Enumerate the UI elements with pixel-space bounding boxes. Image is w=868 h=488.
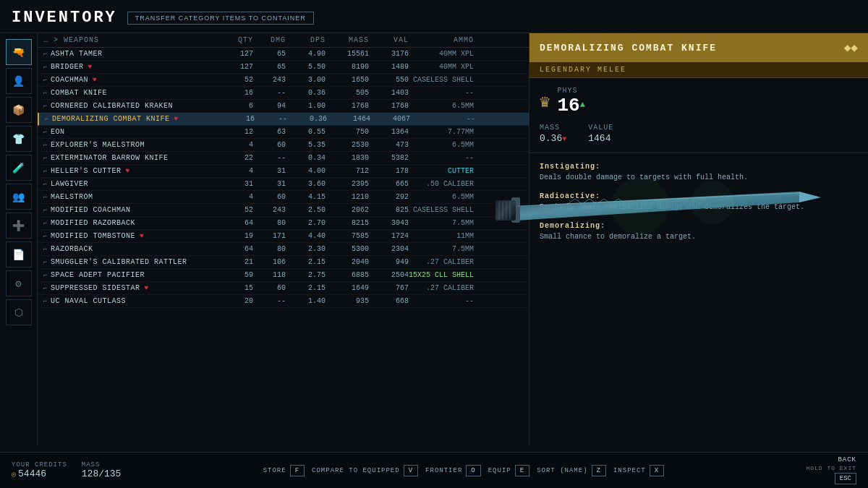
weapon-name: ⌐COACHMAN♥	[43, 76, 217, 84]
svg-marker-1	[799, 192, 821, 202]
weapon-dps: 1.40	[286, 297, 326, 305]
weapon-name: ⌐MODIFIED TOMBSTONE♥	[43, 232, 217, 240]
favorite-icon: ♥	[174, 115, 179, 123]
table-row[interactable]: ⌐ASHTA TAMER127654.9015561317640MM XPL	[38, 48, 529, 61]
weapon-mass: 935	[326, 297, 369, 305]
weapon-dmg: 106	[253, 258, 286, 266]
table-row[interactable]: ⌐RAZORBACK64802.30530023047.5MM	[38, 243, 529, 256]
weapon-dps: 2.15	[286, 284, 326, 292]
action-btn-sort-(name)[interactable]: SORT (NAME)Z	[537, 465, 606, 476]
weapon-icon: ⌐	[45, 116, 49, 123]
action-btn-inspect[interactable]: INSPECTX	[613, 465, 664, 476]
sidebar-icon-7[interactable]: 📄	[6, 241, 32, 267]
action-key: O	[466, 465, 480, 476]
weapon-qty: 127	[217, 50, 253, 58]
back-button-area[interactable]: BACK HOLD TO EXIT ESC	[806, 456, 856, 484]
weapon-dps: 0.36	[286, 89, 326, 97]
weapon-qty: 4	[217, 167, 253, 175]
sidebar-icon-4[interactable]: 🧪	[6, 155, 32, 181]
weapon-val: 2504	[369, 271, 409, 279]
phys-value: 16	[557, 95, 579, 116]
table-row[interactable]: ⌐BRIDGER♥127655.508190148940MM XPL	[38, 61, 529, 74]
table-row[interactable]: ⌐HELLER'S CUTTER♥4314.00712178CUTTER	[38, 165, 529, 178]
table-row[interactable]: ⌐EXTERMINATOR BARROW KNIFE22--0.34183053…	[38, 152, 529, 165]
weapon-qty: 127	[217, 63, 253, 71]
table-row[interactable]: ⌐DEMORALIZING COMBAT KNIFE♥16--0.3614644…	[38, 113, 529, 126]
sidebar-icon-6[interactable]: ➕	[6, 213, 32, 239]
weapon-name: ⌐BRIDGER♥	[43, 63, 217, 71]
phys-arrow: ▲	[580, 100, 585, 110]
weapon-icon: ⌐	[43, 90, 48, 97]
action-btn-frontier[interactable]: FRONTIERO	[425, 465, 481, 476]
weapon-val: 1364	[369, 128, 409, 136]
weapon-dps: 0.36	[287, 115, 327, 123]
weapon-val: 767	[369, 284, 409, 292]
sidebar-icon-5[interactable]: 👥	[6, 184, 32, 210]
sidebar-icon-3[interactable]: 👕	[6, 126, 32, 152]
action-btn-compare-to-equipped[interactable]: COMPARE TO EQUIPPEDV	[312, 465, 418, 476]
weapon-dmg: 171	[253, 232, 286, 240]
action-btn-store[interactable]: STOREF	[263, 465, 305, 476]
phys-block: PHYS 16▲	[557, 87, 584, 116]
weapon-qty: 4	[217, 141, 253, 149]
esc-key[interactable]: ESC	[835, 473, 856, 484]
table-row[interactable]: ⌐SMUGGLER'S CALIBRATED RATTLER211062.152…	[38, 256, 529, 269]
weapon-ammo: 7.5MM	[409, 245, 474, 253]
weapon-qty: 6	[217, 102, 253, 110]
table-row[interactable]: ⌐EON12630.5575013647.77MM	[38, 126, 529, 139]
sidebar-icon-2[interactable]: 📦	[6, 97, 32, 123]
weapon-dmg: 80	[253, 219, 286, 227]
weapon-ammo: --	[409, 154, 474, 162]
sidebar-icon-8[interactable]: ⚙	[6, 270, 32, 296]
weapon-val: 3043	[369, 219, 409, 227]
back-sub: HOLD TO EXIT	[806, 465, 856, 471]
weapon-ammo: 7.77MM	[409, 128, 474, 136]
table-row[interactable]: ⌐CORNERED CALIBRATED KRAKEN6941.00176817…	[38, 100, 529, 113]
weapon-qty: 31	[217, 180, 253, 188]
weapon-dmg: 31	[253, 180, 286, 188]
table-row[interactable]: ⌐MODIFIED RAZORBACK64802.70821530437.5MM	[38, 217, 529, 230]
table-row[interactable]: ⌐LAWGIVER31313.602395665.50 CALIBER	[38, 178, 529, 191]
weapon-name: ⌐SMUGGLER'S CALIBRATED RATTLER	[43, 258, 217, 266]
weapon-mass: 1650	[326, 76, 369, 84]
sidebar-icon-1[interactable]: 👤	[6, 68, 32, 94]
weapon-icon: ⌐	[43, 220, 48, 227]
table-row[interactable]: ⌐COACHMAN♥522433.001650550CASELESS SHELL	[38, 74, 529, 87]
weapon-val: 473	[369, 141, 409, 149]
sidebar-icon-9[interactable]: ⬡	[6, 299, 32, 325]
table-row[interactable]: ⌐MAELSTROM4604.1512102926.5MM	[38, 191, 529, 204]
weapon-dps: 2.50	[286, 206, 326, 214]
action-label: INSPECT	[613, 467, 646, 474]
weapon-name: ⌐CORNERED CALIBRATED KRAKEN	[43, 102, 217, 110]
table-row[interactable]: ⌐SPACE ADEPT PACIFIER591182.756885250415…	[38, 269, 529, 282]
weapon-dmg: 60	[253, 193, 286, 201]
weapon-val: 1768	[369, 102, 409, 110]
weapon-val: 5382	[369, 154, 409, 162]
weapon-val: 949	[369, 258, 409, 266]
action-btn-equip[interactable]: EQUIPE	[488, 465, 529, 476]
action-key: F	[290, 465, 305, 476]
svg-point-9	[611, 177, 669, 235]
weapon-qty: 16	[217, 89, 253, 97]
table-row[interactable]: ⌐MODIFIED TOMBSTONE♥191714.407585172411M…	[38, 230, 529, 243]
weapon-qty: 21	[217, 258, 253, 266]
transfer-button[interactable]: TRANSFER CATEGORY ITEMS TO CONTAINER	[127, 12, 314, 25]
sidebar-icon-0[interactable]: 🔫	[6, 39, 32, 65]
table-row[interactable]: ⌐SUPPRESSED SIDESTAR♥15602.151649767.27 …	[38, 282, 529, 295]
weapon-val: 3176	[369, 50, 409, 58]
table-row[interactable]: ⌐UC NAVAL CUTLASS20--1.40935668--	[38, 295, 529, 308]
weapon-ammo: .27 CALIBER	[409, 284, 474, 292]
inventory-header: INVENTORY TRANSFER CATEGORY ITEMS TO CON…	[0, 0, 868, 33]
weapons-panel: … > WEAPONS QTY DMG DPS MASS VAL AMMO ⌐A…	[38, 33, 529, 445]
table-row[interactable]: ⌐COMBAT KNIFE16--0.365051403--	[38, 87, 529, 100]
item-name: DEMORALIZING COMBAT KNIFE	[540, 43, 717, 53]
weapon-dps: 2.15	[286, 258, 326, 266]
weapon-dps: 4.40	[286, 232, 326, 240]
weapon-name: ⌐EXTERMINATOR BARROW KNIFE	[43, 154, 217, 162]
weapon-name: ⌐MODIFIED RAZORBACK	[43, 219, 217, 227]
weapon-val: 1724	[369, 232, 409, 240]
weapon-dmg: --	[253, 154, 286, 162]
table-row[interactable]: ⌐MODIFIED COACHMAN522432.502062825CASELE…	[38, 204, 529, 217]
table-row[interactable]: ⌐EXPLORER'S MAELSTROM4605.3525304736.5MM	[38, 139, 529, 152]
weapon-icon: ⌐	[43, 181, 48, 188]
